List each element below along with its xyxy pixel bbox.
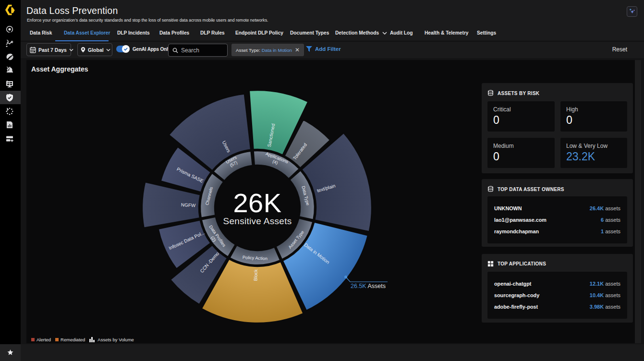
svg-text:NGFW: NGFW	[181, 202, 196, 208]
svg-text:Block: Block	[253, 269, 258, 281]
